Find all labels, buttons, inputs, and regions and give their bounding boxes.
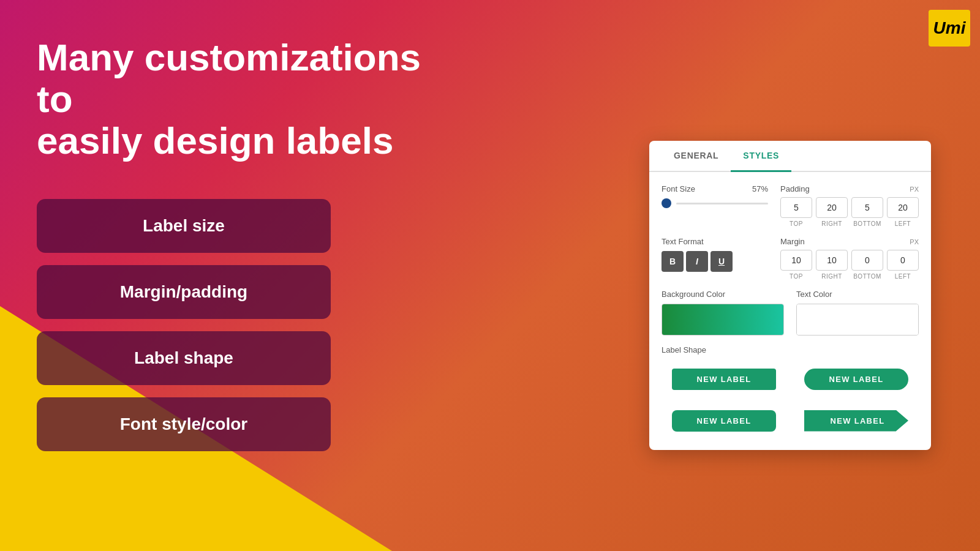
shape-item-arrow[interactable]: NEW LABEL bbox=[794, 403, 919, 438]
label-shape-section: Label Shape NEW LABEL NEW LABEL NEW LABE… bbox=[662, 345, 919, 438]
text-format-label: Text Format bbox=[662, 237, 704, 246]
text-color-label-row: Text Color bbox=[796, 290, 919, 299]
margin-top-input[interactable]: 10 bbox=[780, 250, 812, 271]
bg-color-gradient bbox=[662, 304, 783, 335]
padding-top-input[interactable]: 5 bbox=[780, 197, 812, 218]
italic-button[interactable]: I bbox=[686, 251, 708, 272]
main-title: Many customizations to easily design lab… bbox=[37, 37, 466, 162]
label-shape-label: Label Shape bbox=[662, 345, 919, 354]
margin-label-row: Margin PX bbox=[780, 237, 919, 246]
margin-left-input[interactable]: 0 bbox=[887, 250, 919, 271]
padding-bottom-label: BOTTOM bbox=[851, 220, 883, 227]
text-format-col: Text Format B I U bbox=[662, 237, 768, 280]
font-size-value: 57% bbox=[752, 184, 768, 193]
slider-track bbox=[676, 203, 768, 204]
feature-label-size[interactable]: Label size bbox=[37, 199, 331, 253]
bg-color-label: Background Color bbox=[662, 290, 725, 299]
text-format-label-row: Text Format bbox=[662, 237, 768, 246]
font-size-padding-row: Font Size 57% Padding PX 5 20 bbox=[662, 184, 919, 227]
bold-button[interactable]: B bbox=[662, 251, 684, 272]
bg-color-field[interactable] bbox=[662, 304, 784, 335]
padding-label: Padding bbox=[780, 184, 810, 193]
padding-right-input[interactable]: 20 bbox=[816, 197, 848, 218]
format-buttons: B I U bbox=[662, 251, 768, 272]
margin-col: Margin PX 10 10 0 0 TOP RIGHT BOTTOM LEF… bbox=[780, 237, 919, 280]
text-color-label: Text Color bbox=[796, 290, 832, 299]
umi-logo: Umi bbox=[929, 10, 970, 47]
margin-px: PX bbox=[910, 238, 919, 246]
color-row: Background Color Text Color bbox=[662, 290, 919, 335]
margin-right-label: RIGHT bbox=[816, 273, 848, 280]
text-color-preview bbox=[797, 304, 918, 335]
margin-right-input[interactable]: 10 bbox=[816, 250, 848, 271]
padding-top-label: TOP bbox=[780, 220, 812, 227]
text-color-col: Text Color bbox=[796, 290, 919, 335]
margin-bottom-input[interactable]: 0 bbox=[851, 250, 883, 271]
feature-label-shape[interactable]: Label shape bbox=[37, 331, 331, 385]
font-size-label-row: Font Size 57% bbox=[662, 184, 768, 193]
tab-styles[interactable]: STYLES bbox=[731, 141, 791, 172]
shape-pill-label: NEW LABEL bbox=[672, 410, 776, 432]
padding-sublabels: TOP RIGHT BOTTOM LEFT bbox=[780, 220, 919, 227]
padding-left-input[interactable]: 20 bbox=[887, 197, 919, 218]
padding-left-label: LEFT bbox=[887, 220, 919, 227]
shape-arrow-label: NEW LABEL bbox=[804, 410, 908, 432]
shape-rounded-label: NEW LABEL bbox=[804, 369, 908, 390]
padding-col: Padding PX 5 20 5 20 TOP RIGHT BOTTOM LE… bbox=[780, 184, 919, 227]
feature-font-style[interactable]: Font style/color bbox=[37, 397, 331, 451]
margin-left-label: LEFT bbox=[887, 273, 919, 280]
margin-inputs: 10 10 0 0 bbox=[780, 250, 919, 271]
margin-sublabels: TOP RIGHT BOTTOM LEFT bbox=[780, 273, 919, 280]
font-size-label: Font Size bbox=[662, 184, 695, 193]
underline-button[interactable]: U bbox=[710, 251, 733, 272]
margin-label: Margin bbox=[780, 237, 805, 246]
shape-grid: NEW LABEL NEW LABEL NEW LABEL NEW LABEL bbox=[662, 362, 919, 438]
margin-bottom-label: BOTTOM bbox=[851, 273, 883, 280]
bg-color-col: Background Color bbox=[662, 290, 784, 335]
shape-rect-label: NEW LABEL bbox=[672, 369, 776, 390]
shape-item-rounded[interactable]: NEW LABEL bbox=[794, 362, 919, 396]
padding-label-row: Padding PX bbox=[780, 184, 919, 193]
shape-item-pill[interactable]: NEW LABEL bbox=[662, 403, 786, 438]
bg-color-label-row: Background Color bbox=[662, 290, 784, 299]
font-size-col: Font Size 57% bbox=[662, 184, 768, 227]
panel-tabs: GENERAL STYLES bbox=[649, 141, 931, 172]
margin-top-label: TOP bbox=[780, 273, 812, 280]
padding-inputs: 5 20 5 20 bbox=[780, 197, 919, 218]
shape-item-rect[interactable]: NEW LABEL bbox=[662, 362, 786, 396]
styles-panel: GENERAL STYLES Font Size 57% bbox=[649, 141, 931, 450]
panel-body: Font Size 57% Padding PX 5 20 bbox=[649, 172, 931, 450]
feature-buttons: Label size Margin/padding Label shape Fo… bbox=[37, 199, 466, 451]
padding-right-label: RIGHT bbox=[816, 220, 848, 227]
padding-px: PX bbox=[910, 186, 919, 193]
left-content: Many customizations to easily design lab… bbox=[37, 37, 466, 451]
slider-thumb bbox=[662, 198, 671, 208]
text-color-field[interactable] bbox=[796, 304, 919, 335]
feature-margin-padding[interactable]: Margin/padding bbox=[37, 265, 331, 319]
padding-bottom-input[interactable]: 5 bbox=[851, 197, 883, 218]
font-size-slider[interactable] bbox=[662, 198, 768, 208]
panel-container: GENERAL STYLES Font Size 57% bbox=[649, 141, 931, 450]
tab-general[interactable]: GENERAL bbox=[662, 141, 731, 172]
text-format-margin-row: Text Format B I U Margin PX 10 1 bbox=[662, 237, 919, 280]
